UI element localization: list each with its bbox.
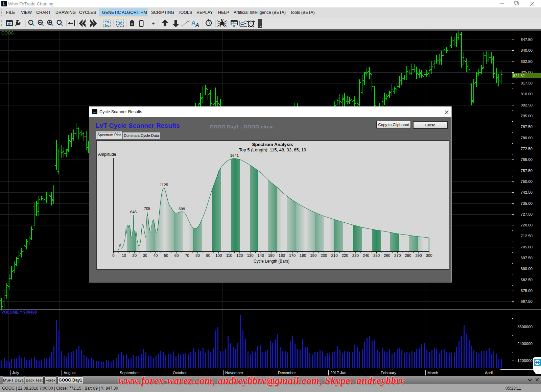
- svg-text:140: 140: [258, 253, 264, 258]
- svg-text:260: 260: [384, 253, 390, 258]
- svg-text:170: 170: [289, 253, 296, 258]
- svg-text:2400000: 2400000: [517, 342, 533, 346]
- svg-text:290: 290: [415, 253, 422, 258]
- svg-text:757.50: 757.50: [521, 169, 533, 173]
- svg-text:200: 200: [321, 253, 327, 258]
- svg-text:100: 100: [215, 253, 222, 258]
- svg-text:10: 10: [122, 253, 126, 258]
- svg-text:80: 80: [195, 253, 200, 258]
- svg-text:720.00: 720.00: [521, 223, 533, 227]
- svg-text:120: 120: [236, 253, 243, 258]
- svg-text:1641: 1641: [230, 153, 239, 157]
- svg-text:220: 220: [342, 253, 348, 258]
- svg-text:697.50: 697.50: [521, 256, 533, 260]
- svg-text:GOOG: GOOG: [1, 31, 14, 35]
- svg-text:735.00: 735.00: [521, 201, 533, 205]
- svg-text:150: 150: [268, 253, 275, 258]
- svg-text:60: 60: [174, 253, 179, 258]
- svg-text:October: October: [173, 371, 187, 375]
- svg-text:705: 705: [144, 206, 150, 211]
- svg-text:210: 210: [331, 253, 337, 258]
- svg-text:682.50: 682.50: [521, 278, 533, 282]
- svg-text:70: 70: [185, 253, 189, 258]
- svg-text:705.00: 705.00: [521, 245, 533, 249]
- svg-text:Spectrum Analysis: Spectrum Analysis: [252, 142, 293, 147]
- svg-text:20: 20: [132, 253, 137, 258]
- svg-text:2017 Jan: 2017 Jan: [330, 371, 346, 375]
- svg-text:300: 300: [426, 253, 432, 258]
- svg-text:50: 50: [164, 253, 168, 258]
- svg-text:90: 90: [206, 253, 210, 258]
- svg-text:August: August: [64, 371, 76, 375]
- svg-text:A: A: [195, 22, 199, 28]
- svg-text:160: 160: [279, 253, 285, 258]
- svg-text:810.00: 810.00: [521, 92, 533, 96]
- svg-text:765.00: 765.00: [521, 157, 533, 162]
- svg-text:November: November: [225, 371, 243, 375]
- svg-text:667.50: 667.50: [521, 299, 533, 303]
- svg-text:December: December: [278, 371, 296, 375]
- svg-text:840.00: 840.00: [521, 48, 533, 52]
- svg-text:March: March: [427, 371, 438, 375]
- svg-text:690.00: 690.00: [521, 267, 533, 271]
- svg-text:795.00: 795.00: [521, 114, 533, 118]
- svg-text:180: 180: [300, 253, 306, 258]
- svg-text:824.32: 824.32: [513, 74, 525, 78]
- svg-text:817.50: 817.50: [521, 81, 533, 85]
- svg-text:190: 190: [310, 253, 316, 258]
- svg-text:280: 280: [405, 253, 411, 258]
- svg-text:230: 230: [352, 253, 359, 258]
- svg-text:3600000: 3600000: [517, 325, 533, 329]
- svg-text:30: 30: [143, 253, 147, 258]
- svg-text:780.00: 780.00: [521, 136, 533, 140]
- svg-text:750.00: 750.00: [521, 179, 533, 183]
- svg-text:1200000: 1200000: [517, 359, 533, 363]
- svg-text:772.50: 772.50: [521, 147, 533, 151]
- svg-text:VOLUME = 900480: VOLUME = 900480: [1, 310, 37, 315]
- svg-text:A: A: [191, 20, 195, 26]
- svg-text:742.50: 742.50: [521, 190, 533, 194]
- svg-text:Cycle Length (Bars): Cycle Length (Bars): [254, 259, 289, 264]
- svg-text:February: February: [381, 371, 396, 375]
- svg-text:Amplitude: Amplitude: [98, 152, 116, 157]
- svg-text:September: September: [120, 371, 139, 375]
- svg-text:675.00: 675.00: [521, 289, 533, 293]
- svg-text:130: 130: [247, 253, 254, 258]
- svg-text:699: 699: [179, 207, 185, 211]
- svg-text:0: 0: [112, 253, 114, 258]
- svg-text:802.50: 802.50: [521, 103, 533, 107]
- svg-text:787.50: 787.50: [521, 125, 533, 129]
- svg-text:250: 250: [373, 253, 380, 258]
- svg-text:40: 40: [154, 253, 158, 258]
- svg-text:240: 240: [363, 253, 369, 258]
- svg-text:712.50: 712.50: [521, 234, 533, 238]
- svg-text:646: 646: [130, 210, 137, 214]
- svg-text:Top 5 (Length): 115, 48, 32, 6: Top 5 (Length): 115, 48, 32, 65, 19: [239, 147, 306, 152]
- svg-text:270: 270: [394, 253, 401, 258]
- svg-text:July: July: [12, 371, 19, 375]
- svg-text:April: April: [485, 371, 493, 375]
- svg-text:1125: 1125: [160, 183, 168, 187]
- svg-text:1:1: 1:1: [30, 21, 33, 24]
- svg-text:832.50: 832.50: [521, 59, 533, 64]
- svg-text:110: 110: [226, 253, 232, 258]
- svg-text:727.50: 727.50: [521, 212, 533, 216]
- svg-text:847.50: 847.50: [521, 38, 533, 42]
